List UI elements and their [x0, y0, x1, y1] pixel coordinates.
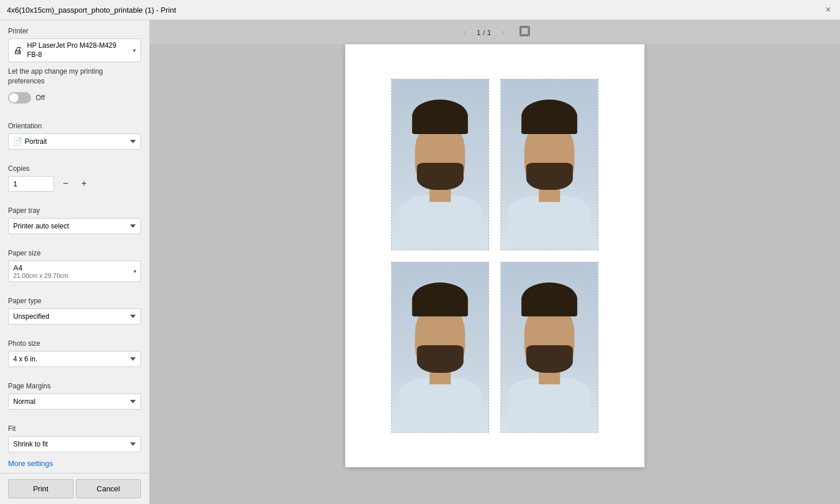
printer-selector[interactable]: 🖨 HP LaserJet Pro M428-M429 FB-8 ▾: [8, 39, 141, 62]
footer-buttons: Print Cancel: [0, 473, 149, 504]
print-button[interactable]: Print: [8, 479, 74, 498]
preview-toolbar: ‹ 1 / 1 ›: [150, 20, 840, 44]
printer-chevron-icon: ▾: [133, 47, 136, 54]
title-bar: 4x6(10x15cm)_passport_photo_printable (1…: [0, 0, 840, 20]
expand-button[interactable]: [520, 26, 530, 39]
fit-select[interactable]: Shrink to fit Fill page Actual size: [8, 436, 141, 452]
printer-icon: 🖨: [13, 45, 22, 56]
decrease-copies-button[interactable]: −: [59, 177, 72, 190]
close-button[interactable]: ×: [823, 5, 833, 15]
allow-change-toggle[interactable]: [8, 92, 31, 104]
photo-cell-3: [391, 262, 489, 433]
printer-name: HP LaserJet Pro M428-M429 FB-8: [27, 41, 128, 59]
photo-cell-2: [501, 79, 598, 250]
paper-size-wrapper: A4 21.00cm x 29.70cm ▾: [8, 261, 141, 282]
main-content: Printer 🖨 HP LaserJet Pro M428-M429 FB-8…: [0, 20, 840, 504]
cancel-button[interactable]: Cancel: [76, 479, 142, 498]
paper-type-select[interactable]: Unspecified Plain Photo: [8, 308, 141, 324]
passport-photo-2: [501, 79, 598, 250]
photo-cell-1: [391, 79, 489, 250]
toggle-knob: [9, 93, 18, 102]
copies-label: Copies: [8, 165, 141, 173]
paper-preview: [345, 44, 644, 467]
paper-size-label: Paper size: [8, 249, 141, 257]
paper-size-selector[interactable]: A4 21.00cm x 29.70cm: [8, 261, 141, 282]
passport-photo-3: [392, 262, 488, 433]
page-indicator: 1 / 1: [476, 28, 491, 37]
next-page-button[interactable]: ›: [498, 26, 508, 39]
prev-page-button[interactable]: ‹: [460, 26, 469, 39]
paper-size-sub: 21.00cm x 29.70cm: [13, 272, 124, 279]
copies-row: − +: [8, 176, 141, 192]
page-margins-label: Page Margins: [8, 382, 141, 390]
printer-label: Printer: [8, 27, 141, 35]
photos-grid: [345, 44, 644, 467]
increase-copies-button[interactable]: +: [77, 177, 91, 190]
toggle-row: Off: [8, 92, 141, 104]
copies-input[interactable]: [8, 176, 54, 192]
photo-size-label: Photo size: [8, 339, 141, 348]
allow-change-label: Let the app change my printing preferenc…: [8, 67, 141, 86]
photo-size-select[interactable]: 4 x 6 in. 5 x 7 in. Wallet: [8, 351, 141, 367]
page-margins-select[interactable]: Normal Narrow Wide: [8, 394, 141, 410]
paper-tray-label: Paper tray: [8, 207, 141, 215]
paper-type-label: Paper type: [8, 297, 141, 305]
svg-rect-1: [521, 28, 528, 35]
paper-size-main: A4: [13, 264, 124, 272]
expand-icon: [520, 26, 530, 36]
window-title: 4x6(10x15cm)_passport_photo_printable (1…: [7, 6, 176, 14]
passport-photo-4: [501, 262, 598, 433]
orientation-label: Orientation: [8, 122, 141, 130]
more-settings-link[interactable]: More settings: [8, 459, 141, 468]
fit-label: Fit: [8, 425, 141, 433]
preview-area: ‹ 1 / 1 ›: [150, 20, 840, 504]
passport-photo-1: [392, 79, 488, 250]
orientation-select[interactable]: Portrait Landscape: [8, 133, 141, 150]
photo-cell-4: [501, 262, 598, 433]
toggle-state-label: Off: [36, 94, 45, 102]
paper-tray-select[interactable]: Printer auto select Tray 1 Tray 2: [8, 218, 141, 234]
